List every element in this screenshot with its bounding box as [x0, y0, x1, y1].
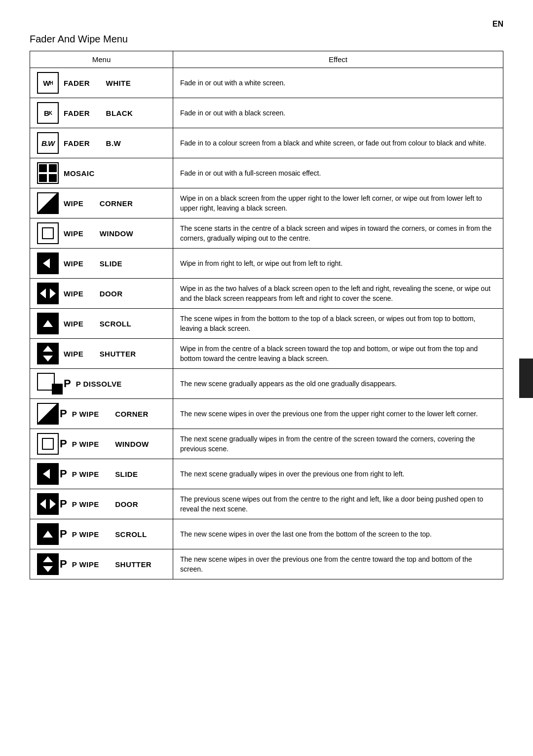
p-wipe-slide-icon [37, 463, 59, 485]
table-row: P P WIPE WINDOWThe next scene gradually … [30, 429, 503, 459]
wipe-slide-icon [37, 252, 59, 274]
menu-label-part1: P WIPE [72, 530, 99, 539]
col-effect-header: Effect [173, 51, 503, 68]
wipe-scroll-icon [37, 313, 59, 334]
p-corner-icon-wrap: P [37, 403, 67, 425]
p-shutter-icon-wrap: P [37, 553, 67, 575]
menu-cell: P P WIPE SCROLL [30, 519, 173, 549]
menu-label-part1: WIPE [64, 199, 83, 208]
p-slide-icon-wrap: P [37, 463, 67, 485]
effect-cell: Wipe in on a black screen from the upper… [173, 188, 503, 218]
effect-cell: Wipe in from the centre of a black scree… [173, 339, 503, 369]
menu-label-part1: P WIPE [72, 500, 99, 508]
table-row: P P WIPE CORNERThe new scene wipes in ov… [30, 399, 503, 429]
p-wipe-shutter-icon [37, 553, 59, 575]
svg-rect-3 [49, 174, 57, 182]
table-row: P P WIPE SHUTTERThe new scene wipes in o… [30, 549, 503, 579]
menu-label-part1: WIPE [64, 320, 83, 328]
effect-cell: Fade in to a colour screen from a black … [173, 128, 503, 158]
menu-label-part2: WINDOW [100, 229, 134, 238]
menu-label-part1: WIPE [64, 350, 83, 358]
menu-cell: WIPE SCROLL [30, 309, 173, 339]
page-title: Fader And Wipe Menu [30, 34, 503, 45]
menu-label-part2: DOOR [100, 289, 123, 298]
effect-cell: The next scene gradually wipes in from t… [173, 429, 503, 459]
menu-label-part1: P WIPE [72, 470, 99, 478]
effect-cell: The new scene wipes in over the last one… [173, 519, 503, 549]
menu-label-part1: WIPE [64, 229, 83, 238]
menu-label-part2: BLACK [106, 109, 133, 117]
table-row: MOSAICFade in or out with a full-screen … [30, 158, 503, 188]
fader-wipe-table: Menu Effect WHFADER WHITEFade in or out … [30, 51, 503, 579]
p-scroll-p-letter: P [60, 528, 67, 540]
menu-cell: WIPE SHUTTER [30, 339, 173, 369]
menu-label-part1: FADER [64, 139, 90, 147]
menu-label-part2: SCROLL [115, 530, 147, 539]
menu-cell: WIPE SLIDE [30, 249, 173, 279]
p-door-p-letter: P [60, 498, 67, 510]
effect-cell: The new scene gradually appears as the o… [173, 369, 503, 399]
menu-label-part2: WHITE [106, 79, 131, 87]
effect-cell: Fade in or out with a full-screen mosaic… [173, 158, 503, 188]
menu-label-part1: WIPE [64, 289, 83, 298]
wipe-window-icon [37, 222, 59, 244]
wipe-corner-icon [37, 192, 59, 214]
p-shutter-p-letter: P [60, 558, 67, 571]
menu-cell: P P WIPE SHUTTER [30, 549, 173, 579]
table-row: WIPE WINDOWThe scene starts in the centr… [30, 218, 503, 249]
p-window-icon-wrap: P [37, 433, 67, 455]
menu-cell: WIPE DOOR [30, 279, 173, 309]
effect-cell: The next scene gradually wipes in over t… [173, 459, 503, 489]
menu-cell: P P WIPE SLIDE [30, 459, 173, 489]
p-window-p-letter: P [60, 437, 67, 450]
col-menu-header: Menu [30, 51, 173, 68]
effect-cell: The scene starts in the centre of a blac… [173, 218, 503, 249]
p-door-icon-wrap: P [37, 493, 67, 515]
p-dissolve-icon-wrap: P [37, 373, 71, 395]
wipe-shutter-icon [37, 343, 59, 364]
menu-cell: P P WIPE WINDOW [30, 429, 173, 459]
fader-bw-icon: B.W [37, 132, 59, 154]
table-row: WIPE DOORWipe in as the two halves of a … [30, 279, 503, 309]
fader-black-icon: BK [37, 102, 59, 124]
menu-cell: BKFADER BLACK [30, 98, 173, 128]
menu-label-part1: P WIPE [72, 560, 99, 569]
menu-cell: WIPE CORNER [30, 188, 173, 218]
menu-cell: B.WFADER B.W [30, 128, 173, 158]
effect-cell: The previous scene wipes out from the ce… [173, 489, 503, 519]
svg-rect-0 [39, 164, 47, 172]
menu-label-part2: SHUTTER [100, 350, 136, 358]
menu-cell: P P WIPE CORNER [30, 399, 173, 429]
effect-cell: The scene wipes in from the bottom to th… [173, 309, 503, 339]
table-row: P P WIPE DOORThe previous scene wipes ou… [30, 489, 503, 519]
effect-cell: Wipe in from right to left, or wipe out … [173, 249, 503, 279]
p-dissolve-icon [37, 373, 63, 395]
p-scroll-icon-wrap: P [37, 523, 67, 545]
fader-white-icon: WH [37, 72, 59, 94]
menu-label: MOSAIC [64, 169, 95, 178]
svg-rect-1 [49, 164, 57, 172]
p-wipe-corner-icon [37, 403, 59, 425]
menu-label-part2: DOOR [115, 500, 138, 508]
table-row: WIPE SCROLLThe scene wipes in from the b… [30, 309, 503, 339]
menu-cell: P P DISSOLVE [30, 369, 173, 399]
menu-label-part1: WIPE [64, 259, 83, 268]
menu-label-part2: SHUTTER [115, 560, 152, 569]
p-dissolve-p-letter: P [64, 377, 71, 390]
p-slide-p-letter: P [60, 468, 67, 480]
menu-cell: P P WIPE DOOR [30, 489, 173, 519]
table-row: BKFADER BLACKFade in or out with a black… [30, 98, 503, 128]
menu-label-part2: SLIDE [100, 259, 122, 268]
effect-cell: Wipe in as the two halves of a black scr… [173, 279, 503, 309]
p-wipe-door-icon [37, 493, 59, 515]
table-row: P P WIPE SLIDEThe next scene gradually w… [30, 459, 503, 489]
table-row: WIPE SHUTTERWipe in from the centre of a… [30, 339, 503, 369]
menu-label-part1: FADER [64, 109, 90, 117]
effect-cell: The new scene wipes in over the previous… [173, 399, 503, 429]
menu-label-part1: FADER [64, 79, 90, 87]
menu-cell: WIPE WINDOW [30, 218, 173, 249]
p-wipe-scroll-icon [37, 523, 59, 545]
table-row: P P DISSOLVEThe new scene gradually appe… [30, 369, 503, 399]
menu-cell: WHFADER WHITE [30, 68, 173, 98]
menu-label: P DISSOLVE [76, 380, 122, 388]
